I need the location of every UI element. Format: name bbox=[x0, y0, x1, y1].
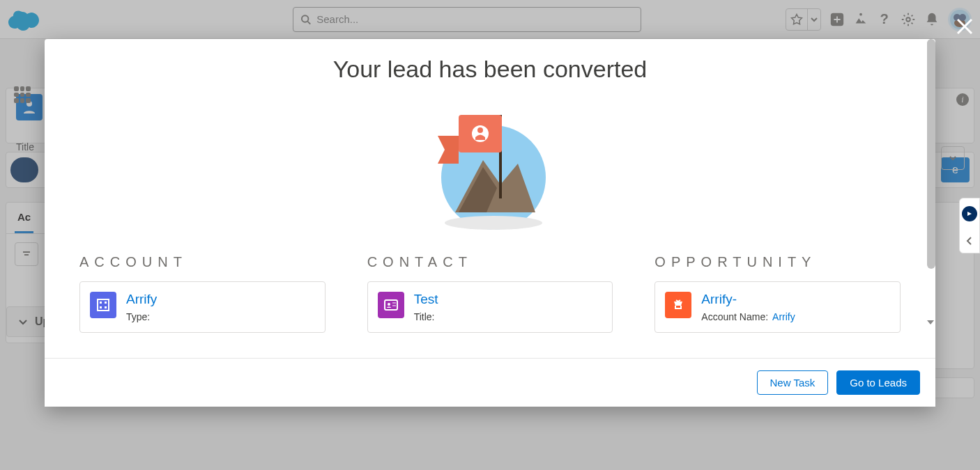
account-type-label: Type: bbox=[126, 311, 150, 322]
close-button[interactable] bbox=[955, 14, 974, 40]
guidance-icon bbox=[962, 206, 977, 221]
account-card: Arrify Type: bbox=[79, 281, 326, 333]
go-to-leads-button[interactable]: Go to Leads bbox=[836, 370, 920, 395]
account-heading: ACCOUNT bbox=[79, 254, 326, 270]
account-icon bbox=[90, 292, 116, 318]
opportunity-account-label: Account Name: bbox=[701, 311, 768, 322]
svg-rect-21 bbox=[105, 301, 107, 304]
svg-rect-23 bbox=[105, 306, 107, 308]
account-name-link[interactable]: Arrify bbox=[126, 292, 315, 307]
opportunity-heading: OPPORTUNITY bbox=[654, 254, 901, 270]
svg-rect-22 bbox=[100, 306, 102, 308]
contact-name-link[interactable]: Test bbox=[414, 292, 603, 307]
contact-column: CONTACT Test Title: bbox=[367, 254, 613, 333]
success-illustration bbox=[79, 94, 901, 233]
scroll-down-arrow[interactable] bbox=[927, 320, 934, 324]
contact-icon bbox=[378, 292, 404, 318]
opportunity-icon bbox=[665, 292, 691, 318]
svg-point-25 bbox=[388, 303, 390, 306]
svg-rect-19 bbox=[98, 299, 109, 311]
opportunity-account-link[interactable]: Arrify bbox=[772, 311, 795, 322]
contact-heading: CONTACT bbox=[367, 254, 613, 270]
chevron-left-icon bbox=[965, 236, 974, 246]
utility-sidebar-tab[interactable] bbox=[959, 198, 980, 253]
svg-rect-24 bbox=[385, 300, 397, 310]
contact-card: Test Title: bbox=[367, 281, 613, 333]
svg-rect-20 bbox=[100, 301, 102, 304]
contact-title-label: Title: bbox=[414, 311, 435, 322]
scrollbar-thumb[interactable] bbox=[927, 39, 935, 269]
opportunity-name-link[interactable]: Arrify- bbox=[701, 292, 890, 307]
opportunity-column: OPPORTUNITY Arrify- Account Name:Arrify bbox=[654, 254, 901, 333]
account-column: ACCOUNT Arrify Type: bbox=[79, 254, 326, 333]
modal-footer: New Task Go to Leads bbox=[45, 358, 935, 407]
opportunity-card: Arrify- Account Name:Arrify bbox=[654, 281, 901, 333]
close-icon bbox=[955, 17, 974, 36]
new-task-button[interactable]: New Task bbox=[757, 370, 829, 395]
svg-point-17 bbox=[477, 127, 483, 133]
svg-point-18 bbox=[445, 216, 542, 230]
lead-converted-modal: Your lead has been converted ACCOUNT bbox=[45, 39, 935, 407]
modal-title: Your lead has been converted bbox=[79, 56, 901, 83]
